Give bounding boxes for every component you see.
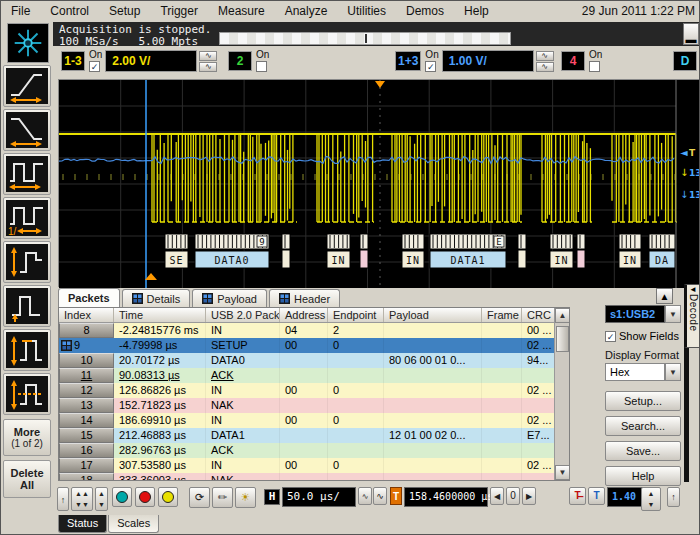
table-row-12[interactable]: 12126.86826 µsIN00002 ... (59, 383, 569, 398)
menu-trigger[interactable]: Trigger (150, 2, 208, 20)
single-button[interactable] (158, 487, 178, 507)
decode-packet-DATA1[interactable]: EDATA1 (430, 234, 506, 268)
minimize-button[interactable]: ▬ (683, 23, 699, 45)
scale-adjust-pad[interactable]: ▲▲▼▼ (71, 487, 93, 511)
row-index-cell[interactable]: 15 (59, 428, 114, 443)
decode-packet-stub[interactable] (282, 234, 290, 268)
save-button[interactable]: Save... (605, 441, 681, 461)
channel-scale-button[interactable]: ∿ (536, 51, 554, 61)
menu-setup[interactable]: Setup (99, 2, 150, 20)
run-button[interactable] (112, 487, 132, 507)
menu-control[interactable]: Control (40, 2, 99, 20)
row-index-cell[interactable]: 11 (59, 368, 114, 383)
menu-measure[interactable]: Measure (208, 2, 275, 20)
pan-up-button[interactable]: ↑ (57, 487, 69, 511)
scroll-up-icon[interactable]: ▲ (555, 308, 570, 323)
timebase-increase-icon[interactable]: ∿ (373, 487, 387, 505)
display-format-select[interactable]: Hex (605, 363, 665, 381)
decode-packet-DATA0[interactable]: 9DATA0 (195, 234, 269, 268)
decode-packet-IN[interactable]: IN (327, 234, 350, 268)
decode-packet-stub[interactable] (360, 234, 368, 268)
col-usb-2-0-packet[interactable]: USB 2.0 Packet (206, 308, 280, 322)
decode-source-dropdown-icon[interactable]: ▼ (665, 305, 681, 323)
channel-2-on-checkbox[interactable] (256, 61, 267, 72)
measure-fall-time-button[interactable] (3, 109, 51, 151)
channel-1-3-button[interactable]: 1-3 (61, 51, 85, 71)
tab-packets[interactable]: Packets (58, 288, 120, 307)
menu-demos[interactable]: Demos (396, 2, 454, 20)
menu-file[interactable]: File (1, 2, 40, 20)
setup-button[interactable]: Setup... (605, 391, 681, 411)
timebase-decrease-icon[interactable]: ∿ (358, 487, 372, 505)
row-index-cell[interactable]: 18 (59, 473, 114, 481)
row-index-cell[interactable]: 14 (59, 413, 114, 428)
channel-offset-button[interactable]: ∿ (199, 62, 217, 72)
decode-packet-IN[interactable]: IN (550, 234, 573, 268)
tab-payload[interactable]: Payload (192, 289, 267, 307)
measure-rise-time-button[interactable] (3, 65, 51, 107)
tab-details[interactable]: Details (122, 289, 191, 307)
timebase-value[interactable]: 50.0 µs/ (282, 487, 356, 507)
show-fields-checkbox[interactable] (605, 331, 616, 342)
pan-up2-button[interactable]: ↑ (667, 487, 680, 507)
channel-4-button[interactable]: 4 (561, 51, 585, 71)
autoscale-icon[interactable]: ☀ (235, 487, 256, 508)
decode-packet-SE[interactable]: SE (165, 234, 188, 268)
table-row-13[interactable]: 13152.71823 µsNAK (59, 398, 569, 413)
waveform-display[interactable]: SE9DATA0ININEDATA1ININDA◄T↓13↓13 (58, 79, 699, 287)
channel-2-button[interactable]: 2 (228, 51, 252, 71)
table-row-15[interactable]: 15212.46883 µsDATA112 01 00 02 0...E7... (59, 428, 569, 443)
stop-button[interactable] (135, 487, 155, 507)
row-index-cell[interactable]: 8 (59, 323, 114, 338)
table-row-17[interactable]: 17307.53580 µsIN00002 ... (59, 458, 569, 473)
tab-status[interactable]: Status (58, 515, 107, 533)
touch-screen-icon[interactable]: ✏ (212, 487, 233, 508)
channel-offset-button[interactable]: ∿ (536, 62, 554, 72)
channel-1+3-button[interactable]: 1+3 (395, 51, 421, 71)
decode-packet-IN[interactable]: IN (619, 234, 641, 268)
display-format-dropdown-icon[interactable]: ▼ (665, 363, 681, 381)
measure-period-button[interactable] (3, 153, 51, 195)
position-left-icon[interactable]: ◀ (490, 487, 504, 505)
decode-source-select[interactable]: s1:USB2 (605, 305, 665, 323)
channel-D-button[interactable]: D (673, 51, 697, 71)
trigger-level-icon[interactable]: T (588, 487, 605, 505)
channel-4-on-checkbox[interactable] (589, 61, 600, 72)
tab-scales[interactable]: Scales (108, 515, 159, 533)
menu-help[interactable]: Help (454, 2, 499, 20)
decode-packet-IN[interactable]: IN (402, 234, 424, 268)
scroll-down-icon[interactable]: ▼ (555, 465, 570, 480)
row-index-cell[interactable]: 17 (59, 458, 114, 473)
help-button[interactable]: Help (605, 466, 681, 486)
measure-vaverage-button[interactable] (3, 373, 51, 415)
menu-utilities[interactable]: Utilities (337, 2, 396, 20)
measure-vtop-button[interactable] (3, 329, 51, 371)
table-row-16[interactable]: 16282.96763 µsACK (59, 443, 569, 458)
scrollbar-thumb[interactable] (556, 326, 569, 352)
trigger-disabled-icon[interactable]: T̶ (569, 487, 586, 505)
channel-scale-button[interactable]: ∿ (199, 51, 217, 61)
offset-spinner[interactable]: ▲▼ (95, 487, 108, 511)
col-address[interactable]: Address (280, 308, 328, 322)
level-spinner[interactable]: ▲▼ (641, 487, 661, 511)
horizontal-menu-button[interactable]: H (264, 489, 280, 505)
table-row-18[interactable]: 18333.36003 µsNAK (59, 473, 569, 481)
table-scrollbar[interactable]: ▲ ▼ (554, 308, 569, 480)
menu-analyze[interactable]: Analyze (275, 2, 338, 20)
tab-header[interactable]: Header (269, 289, 340, 307)
position-zero-button[interactable]: 0 (506, 487, 520, 505)
decode-packet-stub[interactable] (577, 234, 585, 268)
measure-vpp-button[interactable] (3, 241, 51, 283)
table-row-9[interactable]: 9-4.79998 µsSETUP00002 ... (59, 338, 569, 353)
decode-packet-stub[interactable] (518, 234, 526, 268)
row-index-cell[interactable]: 10 (59, 353, 114, 368)
measure-vbase-button[interactable] (3, 285, 51, 327)
row-index-cell[interactable]: 9 (59, 338, 114, 353)
horizontal-position-value[interactable]: 158.4600000 µs (404, 487, 488, 507)
table-row-14[interactable]: 14186.69910 µsIN00002 ... (59, 413, 569, 428)
col-index[interactable]: Index (59, 308, 114, 322)
col-crc[interactable]: CRC (522, 308, 555, 322)
measure-frequency-button[interactable]: 1/ (3, 197, 51, 239)
decode-panel-tab[interactable]: ◄ Decode (684, 284, 700, 348)
position-right-icon[interactable]: ▶ (522, 487, 536, 505)
